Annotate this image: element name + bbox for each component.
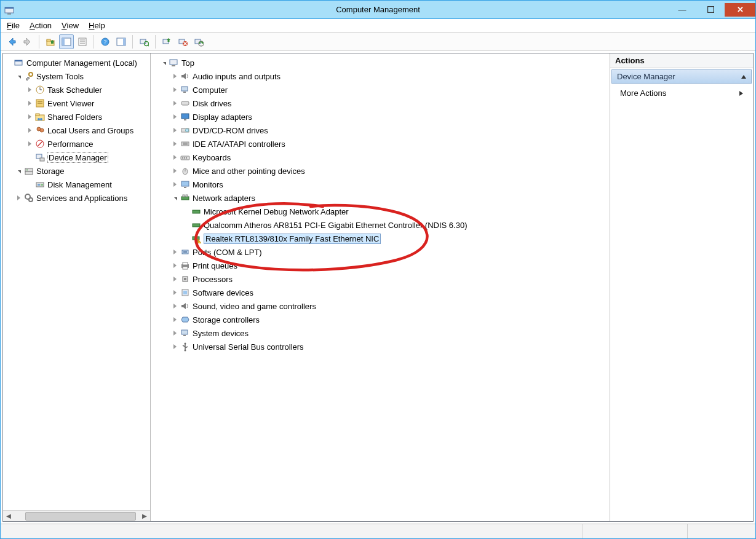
svg-line-18 xyxy=(148,45,149,46)
menu-action[interactable]: Action xyxy=(30,21,52,30)
collapse-icon[interactable] xyxy=(159,58,168,67)
expand-icon[interactable] xyxy=(170,248,179,256)
expand-icon[interactable] xyxy=(170,112,179,121)
expand-icon[interactable] xyxy=(170,329,179,337)
collapse-icon[interactable] xyxy=(14,167,23,175)
scroll-right-button[interactable]: ► xyxy=(139,511,150,522)
forward-button[interactable] xyxy=(20,34,35,49)
device-category-system-devices[interactable]: System devices xyxy=(170,326,610,340)
shared-folder-icon xyxy=(35,112,45,122)
device-category-sound[interactable]: Sound, video and game controllers xyxy=(170,299,610,313)
svg-point-37 xyxy=(38,118,40,120)
expand-icon[interactable] xyxy=(170,342,179,351)
tree-item-event-viewer[interactable]: Event Viewer xyxy=(25,96,150,110)
tree-item-services-apps[interactable]: Services and Applications xyxy=(14,191,150,205)
scan-hardware-button[interactable] xyxy=(137,34,151,49)
expand-icon[interactable] xyxy=(25,99,34,108)
scroll-left-button[interactable]: ◄ xyxy=(3,511,14,522)
device-category-dvd[interactable]: DVD/CD-ROM drives xyxy=(170,124,610,137)
expand-icon[interactable] xyxy=(14,194,23,202)
app-icon xyxy=(4,5,14,15)
device-category-ports[interactable]: Ports (COM & LPT) xyxy=(170,245,610,259)
device-category-usb[interactable]: Universal Serial Bus controllers xyxy=(170,340,610,353)
tree-label: Monitors xyxy=(193,180,223,189)
properties-button[interactable] xyxy=(75,34,90,49)
svg-rect-71 xyxy=(181,181,189,186)
expand-icon[interactable] xyxy=(170,261,179,270)
tree-item-device-manager[interactable]: Device Manager xyxy=(25,151,150,164)
tree-item-disk-management[interactable]: Disk Management xyxy=(25,178,150,191)
expand-icon[interactable] xyxy=(170,153,179,162)
tree-label: Software devices xyxy=(193,288,253,297)
tree-item-task-scheduler[interactable]: Task Scheduler xyxy=(25,83,150,96)
device-category-computer[interactable]: Computer xyxy=(170,83,610,96)
actions-section[interactable]: Device Manager xyxy=(611,69,752,84)
help-button[interactable]: ? xyxy=(98,34,113,49)
expand-icon[interactable] xyxy=(25,140,34,148)
svg-rect-76 xyxy=(193,210,200,213)
show-hide-tree-button[interactable] xyxy=(59,34,74,49)
actions-more[interactable]: More Actions xyxy=(610,85,753,101)
minimize-button[interactable]: — xyxy=(668,3,696,17)
expand-icon[interactable] xyxy=(25,126,34,135)
tree-item-local-users[interactable]: Local Users and Groups xyxy=(25,124,150,137)
device-category-storage-ctl[interactable]: Storage controllers xyxy=(170,313,610,326)
expand-icon[interactable] xyxy=(170,72,179,81)
device-category-ide[interactable]: IDE ATA/ATAPI controllers xyxy=(170,137,610,151)
tree-label: Universal Serial Bus controllers xyxy=(193,342,304,352)
tree-item-storage[interactable]: Storage xyxy=(14,164,150,178)
device-category-monitors[interactable]: Monitors xyxy=(170,178,610,191)
device-category-software[interactable]: Software devices xyxy=(170,286,610,299)
device-category-audio[interactable]: Audio inputs and outputs xyxy=(170,69,610,83)
expand-icon[interactable] xyxy=(170,85,179,94)
tree-label: Disk drives xyxy=(193,99,232,108)
device-net-kernel-debug[interactable]: Microsoft Kernel Debug Network Adapter xyxy=(181,205,610,218)
disable-button[interactable] xyxy=(191,34,206,49)
menu-view[interactable]: View xyxy=(62,21,79,30)
back-button[interactable] xyxy=(4,34,19,49)
expand-icon[interactable] xyxy=(170,275,179,283)
expand-icon[interactable] xyxy=(25,112,34,121)
expand-icon[interactable] xyxy=(170,99,179,108)
device-category-print[interactable]: Print queues xyxy=(170,259,610,272)
device-category-network[interactable]: Network adapters xyxy=(170,191,610,205)
tree-item-system-tools[interactable]: System Tools xyxy=(14,69,150,83)
device-manager-icon xyxy=(35,152,45,162)
menu-file[interactable]: File xyxy=(7,21,20,30)
up-button[interactable] xyxy=(43,34,58,49)
expand-icon[interactable] xyxy=(170,315,179,324)
console-tree-pane: Computer Management (Local) System Tools xyxy=(3,53,151,521)
tree-label: IDE ATA/ATAPI controllers xyxy=(193,140,285,149)
collapse-icon[interactable] xyxy=(14,72,23,81)
expand-icon[interactable] xyxy=(170,302,179,310)
tree-label: Storage xyxy=(36,167,65,176)
expand-icon[interactable] xyxy=(170,167,179,175)
update-driver-button[interactable] xyxy=(159,34,174,49)
device-category-disk-drives[interactable]: Disk drives xyxy=(170,96,610,110)
expand-icon[interactable] xyxy=(170,180,179,189)
scroll-thumb[interactable] xyxy=(25,512,136,521)
tree-item-computer-management[interactable]: Computer Management (Local) xyxy=(3,56,150,69)
device-net-atheros[interactable]: Qualcomm Atheros AR8151 PCI-E Gigabit Et… xyxy=(181,218,610,232)
device-category-processors[interactable]: Processors xyxy=(170,272,610,286)
device-top[interactable]: Top xyxy=(159,56,610,69)
collapse-icon[interactable] xyxy=(170,194,179,202)
expand-icon[interactable] xyxy=(170,140,179,148)
close-button[interactable]: ✕ xyxy=(725,3,755,17)
device-net-realtek[interactable]: !Realtek RTL8139/810x Family Fast Ethern… xyxy=(181,232,610,245)
tree-item-shared-folders[interactable]: Shared Folders xyxy=(25,110,150,124)
menu-help[interactable]: Help xyxy=(89,21,105,30)
left-pane-hscroll[interactable]: ◄ ► xyxy=(3,510,150,521)
svg-rect-59 xyxy=(184,119,186,120)
expand-icon[interactable] xyxy=(170,288,179,297)
expand-icon[interactable] xyxy=(25,85,34,94)
uninstall-button[interactable] xyxy=(175,34,190,49)
expand-icon[interactable] xyxy=(170,126,179,135)
tree-item-performance[interactable]: Performance xyxy=(25,137,150,151)
show-hide-action-button[interactable] xyxy=(114,34,129,49)
device-category-keyboards[interactable]: Keyboards xyxy=(170,151,610,164)
maximize-button[interactable] xyxy=(696,3,725,17)
svg-rect-2 xyxy=(7,14,11,15)
device-category-display[interactable]: Display adapters xyxy=(170,110,610,124)
device-category-mice[interactable]: Mice and other pointing devices xyxy=(170,164,610,178)
